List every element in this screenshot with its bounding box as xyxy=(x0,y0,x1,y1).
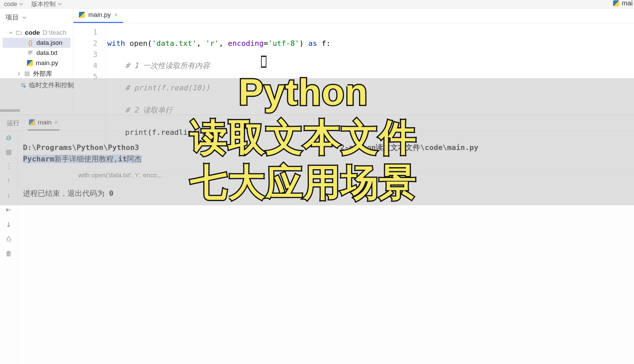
text-icon xyxy=(27,50,34,56)
lib-label: 外部库 xyxy=(33,69,52,78)
top-toolbar: code 版本控制 xyxy=(0,0,634,8)
soft-wrap-icon[interactable]: ⇤ xyxy=(6,206,11,214)
scroll-end-icon[interactable]: ⤓ xyxy=(6,220,11,229)
chevron-down-icon xyxy=(19,2,23,6)
line-number: 2 xyxy=(74,38,97,49)
root-name: code xyxy=(25,29,40,36)
main-layout: 项目 code D:\teach {} data.json data.txt xyxy=(0,8,634,115)
file-label: main.py xyxy=(36,59,58,67)
close-icon[interactable]: × xyxy=(114,11,118,19)
toolbar-vcs[interactable]: 版本控制 xyxy=(31,0,62,8)
output-exit: 进程已结束，退出代码为 0 xyxy=(23,188,629,199)
tab-label: main.py xyxy=(88,11,111,19)
project-title: 项目 xyxy=(5,13,19,22)
tree-root[interactable]: code D:\teach xyxy=(0,28,73,38)
toolbar-vcs-label: 版本控制 xyxy=(31,0,56,8)
editor-tab-main[interactable]: main.py × xyxy=(74,8,123,23)
library-icon xyxy=(24,70,30,77)
svg-point-3 xyxy=(24,86,26,88)
svg-rect-1 xyxy=(27,72,28,76)
file-data-txt[interactable]: data.txt xyxy=(0,48,73,58)
scratches[interactable]: 临时文件和控制 xyxy=(0,80,73,91)
root-path: D:\teach xyxy=(42,29,66,36)
python-icon xyxy=(27,60,33,66)
more-icon[interactable]: ⋮ xyxy=(5,162,12,170)
json-icon: {} xyxy=(27,39,34,46)
line-number: 3 xyxy=(74,49,97,60)
file-main-py[interactable]: main.py xyxy=(0,58,73,68)
run-label: 运行 xyxy=(7,119,20,127)
python-icon xyxy=(613,0,619,6)
line-number: 4 xyxy=(74,60,97,71)
toolbar-code-label: code xyxy=(4,1,17,8)
project-header[interactable]: 项目 xyxy=(0,8,73,26)
chevron-down-icon xyxy=(58,2,62,6)
editor-area: main.py × 1 2 3 4 5 with open('data.txt'… xyxy=(74,8,634,115)
text-cursor-icon xyxy=(261,56,266,68)
file-label: data.json xyxy=(36,39,62,47)
print-icon[interactable]: ⎙ xyxy=(7,235,11,243)
file-data-json[interactable]: {} data.json xyxy=(3,38,70,48)
stop-icon[interactable] xyxy=(6,150,11,155)
external-libraries[interactable]: 外部库 xyxy=(0,68,73,80)
run-tab-main[interactable]: main × xyxy=(28,115,59,130)
chevron-right-icon xyxy=(17,72,21,76)
scratch-label: 临时文件和控制 xyxy=(29,81,74,90)
sidebar: 项目 code D:\teach {} data.json data.txt xyxy=(0,8,74,115)
file-label: data.txt xyxy=(36,49,57,57)
run-tab-label: main xyxy=(38,119,52,126)
down-icon[interactable]: ↓ xyxy=(7,191,10,199)
python-icon xyxy=(29,119,35,125)
line-number: 1 xyxy=(74,27,97,38)
rerun-icon[interactable] xyxy=(5,134,12,143)
line-number: 5 xyxy=(74,71,97,82)
scratch-icon xyxy=(20,82,26,89)
scrollbar-indicator[interactable] xyxy=(0,109,20,112)
toolbar-code[interactable]: code xyxy=(4,1,23,8)
trash-icon[interactable]: 🗑 xyxy=(5,250,12,257)
svg-rect-0 xyxy=(25,72,26,76)
python-icon xyxy=(79,12,85,18)
chevron-down-icon xyxy=(22,16,26,20)
folder-icon xyxy=(16,29,22,36)
svg-rect-2 xyxy=(28,72,29,76)
chevron-down-icon xyxy=(9,31,13,35)
top-right-label: mai xyxy=(622,0,633,7)
close-icon[interactable]: × xyxy=(54,119,58,126)
console-toolbar: ⋮ ↑ ↓ ⇤ ⤓ ⎙ 🗑 xyxy=(0,131,18,364)
editor-tabbar: main.py × xyxy=(74,8,634,23)
file-tree: code D:\teach {} data.json data.txt main… xyxy=(0,26,73,92)
top-right: mai xyxy=(613,0,633,7)
up-icon[interactable]: ↑ xyxy=(7,177,10,184)
